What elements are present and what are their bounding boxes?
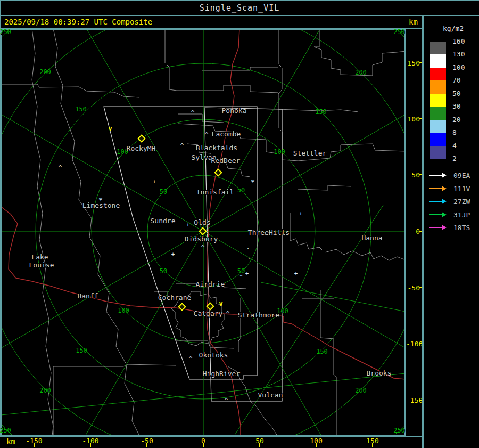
y-axis-tick-label: 150 (406, 59, 420, 67)
x-axis-tick-mark (90, 443, 91, 447)
storm-marker-plus: + (171, 252, 175, 257)
storm-marker-caret: ^ (59, 165, 62, 170)
radar-app-window: Single_Scan_VIL 2025/09/18 00:39:27 UTC … (0, 0, 479, 448)
vector-id-label: 111V (453, 185, 470, 193)
ring-distance-label: 150 (316, 348, 328, 355)
vector-id-label: 09EA (453, 172, 470, 180)
x-axis-bar: km -150-100-50050100150 (0, 436, 423, 448)
vector-id-label: 18TS (453, 224, 470, 232)
x-axis-tick-mark (146, 443, 147, 447)
y-axis-tick-label: 100 (406, 115, 420, 123)
city-label: Brooks (367, 369, 392, 377)
storm-marker-asterisk: * (251, 180, 255, 185)
ring-distance-label: 200 (39, 68, 51, 76)
storm-marker-diamond (199, 227, 207, 235)
vector-legend-row: 27ZW (424, 195, 479, 208)
window-title: Single_Scan_VIL (0, 1, 479, 15)
vector-arrow-icon (429, 175, 443, 176)
storm-marker-arrow-down: v (108, 126, 112, 131)
city-label: Calgary (194, 309, 223, 317)
city-label: Hanna (361, 234, 382, 242)
city-label: Sundre (151, 217, 176, 225)
scan-datetime: 2025/09/18 00:39:27 UTC Composite (4, 18, 152, 26)
x-axis-tick-mark (259, 443, 260, 447)
city-label: Banff (77, 292, 98, 300)
legend-color-box (430, 133, 446, 145)
ring-distance-label: 200 (355, 387, 367, 394)
city-label: Louise (29, 261, 54, 269)
city-label: Olds (194, 218, 210, 226)
storm-marker-plus: + (299, 211, 303, 217)
city-label: Cochrane (158, 294, 192, 302)
ring-distance-label: 250 (0, 28, 11, 36)
storm-marker-caret: ^ (180, 143, 184, 149)
legend-value-label: 2 (452, 154, 457, 162)
legend-value-label: 8 (452, 128, 457, 136)
ring-distance-label: 150 (75, 105, 87, 113)
vector-legend-row: 111V (424, 182, 479, 196)
x-axis-unit-label: km (6, 437, 15, 446)
storm-marker-caret: ^ (226, 311, 230, 316)
legend-color-box (430, 107, 446, 119)
storm-marker-diamond (178, 303, 186, 311)
storm-marker-dot: · (263, 233, 267, 238)
ring-distance-label: 200 (39, 387, 51, 394)
x-axis-tick-mark (203, 443, 204, 447)
city-label: Lake (31, 253, 48, 261)
city-label: RedDeer (211, 157, 241, 165)
storm-marker-plus: + (186, 223, 190, 228)
vector-arrow-icon (429, 227, 443, 228)
storm-marker-caret: ^ (205, 132, 209, 137)
storm-marker-dot: · (246, 246, 250, 251)
storm-marker-plus: + (245, 271, 249, 276)
storm-marker-plus: + (294, 271, 298, 276)
vector-arrowhead-icon (442, 225, 447, 230)
ring-distance-label: 200 (355, 69, 367, 76)
city-label: ThreeHills (248, 229, 290, 237)
storm-marker-caret: ^ (240, 275, 243, 280)
storm-marker-diamond (137, 134, 146, 143)
legend-value-label: 4 (452, 142, 457, 150)
ring-distance-label: 150 (76, 347, 87, 354)
storm-marker-asterisk: * (98, 198, 103, 203)
legend-color-box (430, 146, 446, 159)
ring-distance-label: 50 (160, 267, 167, 275)
x-axis-tick-mark (34, 443, 35, 447)
city-label: HighRiver (203, 370, 240, 378)
x-axis-tick-mark (316, 443, 317, 447)
y-axis-unit-label: km (409, 18, 418, 26)
city-label: Stettler (293, 149, 327, 157)
ring-distance-label: 100 (274, 148, 285, 156)
y-axis-tick-label: 0 (406, 227, 420, 235)
vector-legend: 09EA111V27ZW31JP18TS (424, 16, 479, 96)
vector-id-label: 27ZW (453, 198, 470, 206)
vector-arrowhead-icon (442, 173, 447, 178)
y-axis-tick-label: -150 (406, 396, 420, 404)
ring-distance-label: 250 (0, 427, 11, 434)
city-label: Vulcan (258, 391, 283, 399)
storm-marker-caret: ^ (189, 356, 193, 362)
city-label: Okotoks (199, 351, 228, 359)
city-label: Didsbury (185, 235, 218, 243)
city-label: Ponoka (222, 107, 247, 115)
storm-marker-diamond (214, 168, 222, 177)
storm-marker-plus: + (153, 180, 156, 185)
ring-distance-label: 50 (237, 186, 245, 194)
vector-legend-row: 18TS (424, 221, 479, 234)
info-bar: 2025/09/18 00:39:27 UTC Composite km (0, 16, 423, 28)
x-axis-tick-mark (372, 443, 373, 447)
ring-distance-label: 250 (393, 28, 405, 36)
city-label: Innisfail (196, 188, 234, 196)
storm-marker-caret: ^ (201, 245, 205, 250)
legend-color-box (430, 120, 446, 133)
y-axis-tick-label: -100 (406, 340, 420, 348)
vector-arrowhead-icon (442, 212, 447, 217)
radar-map[interactable]: 5050505010010010010015015015015020020020… (0, 29, 423, 436)
storm-marker-caret: ^ (225, 398, 228, 403)
city-label: Airdrie (196, 280, 225, 288)
ring-distance-label: 150 (315, 108, 327, 116)
vector-arrowhead-icon (442, 186, 447, 191)
ring-distance-label: 250 (393, 427, 405, 434)
vector-legend-row: 31JP (424, 208, 479, 222)
vector-arrow-icon (429, 201, 443, 202)
